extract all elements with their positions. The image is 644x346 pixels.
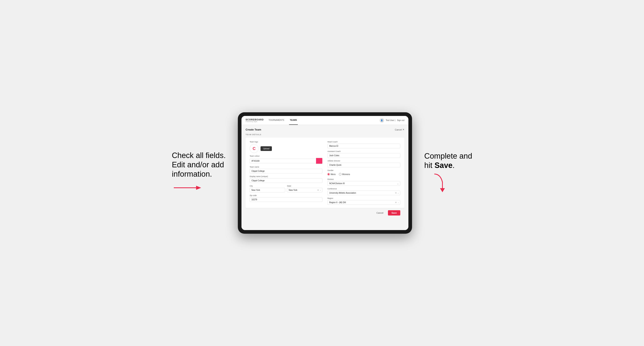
nav-logo: SCOREBOARD Powered by clippd xyxy=(246,119,264,122)
zip-label: Zip code xyxy=(250,194,322,196)
annotation-right-line2: hit Save. xyxy=(424,161,454,170)
page-title: Create Team xyxy=(246,128,261,131)
logo-upload-row: C Upload xyxy=(250,144,322,153)
team-logo-label: Team logo xyxy=(250,141,322,143)
form-card: Team logo C Upload Team colour xyxy=(246,138,404,208)
nav-link-teams[interactable]: TEAMS xyxy=(289,116,298,125)
city-state-row: City State New York xyxy=(250,185,322,192)
color-input-row xyxy=(250,158,322,164)
assistant-coach-label: Assistant Coach xyxy=(327,150,400,152)
gender-mens-radio[interactable] xyxy=(327,173,330,175)
cancel-button[interactable]: Cancel xyxy=(374,210,386,215)
main-content: Create Team Cancel ✕ TEAM DETAILS Team l… xyxy=(242,125,408,230)
gender-mens-label[interactable]: Mens xyxy=(327,173,336,175)
zip-group: Zip code xyxy=(250,194,322,202)
display-name-group: Display name (unique) xyxy=(250,175,322,183)
annotation-left: Check all fields. Edit and/or add inform… xyxy=(172,151,226,195)
logo-circle: C xyxy=(250,144,258,153)
form-footer: Cancel Save xyxy=(246,208,404,217)
gender-womens-radio[interactable] xyxy=(339,173,341,175)
annotation-save-bold: Save xyxy=(434,161,452,170)
right-column: Head Coach Assistant Coach Athletic Dire… xyxy=(327,141,400,205)
display-name-label: Display name (unique) xyxy=(250,175,322,177)
athletic-director-input[interactable] xyxy=(327,163,400,167)
gender-radio-group: Mens Womens xyxy=(327,172,400,176)
svg-marker-0 xyxy=(196,186,201,190)
save-button[interactable]: Save xyxy=(388,210,400,215)
annotation-left-line2: Edit and/or add xyxy=(172,161,224,169)
tablet-frame: SCOREBOARD Powered by clippd TOURNAMENTS… xyxy=(238,112,412,234)
team-name-group: Team name xyxy=(250,166,322,173)
region-label: Region xyxy=(327,197,400,199)
conference-clear-icon[interactable]: ✕ xyxy=(395,192,397,194)
annotation-left-line1: Check all fields. xyxy=(172,151,226,160)
state-select-wrapper: New York ✕ ⌄ xyxy=(287,188,322,192)
nav-links: TOURNAMENTS TEAMS xyxy=(268,116,376,125)
city-label: City xyxy=(250,185,285,187)
region-clear-icon[interactable]: ✕ xyxy=(395,201,397,203)
region-select-wrapper: Region II - (M) DIII ✕ ⌄ xyxy=(327,200,400,205)
division-group: Division NCAA Division III xyxy=(327,178,400,186)
conference-select-wrapper: University Athletic Association ✕ ⌄ xyxy=(327,191,400,195)
region-select[interactable]: Region II - (M) DIII xyxy=(327,200,400,205)
region-group: Region Region II - (M) DIII ✕ ⌄ xyxy=(327,197,400,205)
page-header: Create Team Cancel ✕ xyxy=(246,128,404,131)
athletic-director-label: Athletic Director xyxy=(327,160,400,162)
division-select-wrapper: NCAA Division III xyxy=(327,181,400,186)
team-colour-group: Team colour xyxy=(250,155,322,164)
gender-label: Gender xyxy=(327,169,400,172)
annotation-right: Complete and hit Save. xyxy=(424,152,472,194)
nav-bar: SCOREBOARD Powered by clippd TOURNAMENTS… xyxy=(242,116,408,125)
state-label: State xyxy=(287,185,322,187)
team-colour-input[interactable] xyxy=(250,159,316,163)
annotation-left-line3: information. xyxy=(172,170,212,178)
head-coach-label: Head Coach xyxy=(327,141,400,143)
conference-group: Conference University Athletic Associati… xyxy=(327,188,400,195)
section-label: TEAM DETAILS xyxy=(246,134,404,136)
team-name-label: Team name xyxy=(250,166,322,168)
nav-link-tournaments[interactable]: TOURNAMENTS xyxy=(268,116,285,125)
tablet-screen: SCOREBOARD Powered by clippd TOURNAMENTS… xyxy=(242,116,408,230)
form-grid: Team logo C Upload Team colour xyxy=(250,141,400,205)
nav-right: 👤 Test User | Sign out xyxy=(380,118,404,123)
nav-signout[interactable]: Sign out xyxy=(397,119,404,121)
arrow-right-icon xyxy=(428,172,448,192)
annotation-right-line1: Complete and xyxy=(424,152,472,160)
conference-select[interactable]: University Athletic Association xyxy=(327,191,400,195)
nav-logo-main: SCOREBOARD xyxy=(246,119,264,121)
team-name-input[interactable] xyxy=(250,169,322,173)
display-name-input[interactable] xyxy=(250,178,322,183)
team-logo-group: Team logo C Upload xyxy=(250,141,322,153)
nav-avatar: 👤 xyxy=(380,118,384,123)
conference-label: Conference xyxy=(327,188,400,190)
team-colour-label: Team colour xyxy=(250,155,322,157)
page-wrapper: Check all fields. Edit and/or add inform… xyxy=(8,112,636,234)
state-group: State New York ✕ ⌄ xyxy=(287,185,322,192)
athletic-director-group: Athletic Director xyxy=(327,160,400,167)
gender-group: Gender Mens Womens xyxy=(327,169,400,176)
head-coach-input[interactable] xyxy=(327,144,400,148)
division-select[interactable]: NCAA Division III xyxy=(327,181,400,186)
upload-button[interactable]: Upload xyxy=(260,146,272,151)
cancel-top-button[interactable]: Cancel ✕ xyxy=(395,128,404,131)
nav-user: Test User | xyxy=(386,119,396,121)
city-input[interactable] xyxy=(250,188,285,192)
assistant-coach-group: Assistant Coach xyxy=(327,150,400,158)
arrow-left-icon xyxy=(172,183,204,193)
nav-logo-sub: Powered by clippd xyxy=(246,121,264,122)
head-coach-group: Head Coach xyxy=(327,141,400,148)
color-swatch[interactable] xyxy=(316,158,322,164)
city-group: City xyxy=(250,185,285,192)
state-clear-icon[interactable]: ✕ xyxy=(317,189,319,191)
left-column: Team logo C Upload Team colour xyxy=(250,141,322,205)
zip-input[interactable] xyxy=(250,197,322,202)
city-state-group: City State New York xyxy=(250,185,322,192)
svg-marker-1 xyxy=(440,188,445,192)
assistant-coach-input[interactable] xyxy=(327,153,400,158)
gender-womens-label[interactable]: Womens xyxy=(339,173,350,175)
division-label: Division xyxy=(327,178,400,180)
